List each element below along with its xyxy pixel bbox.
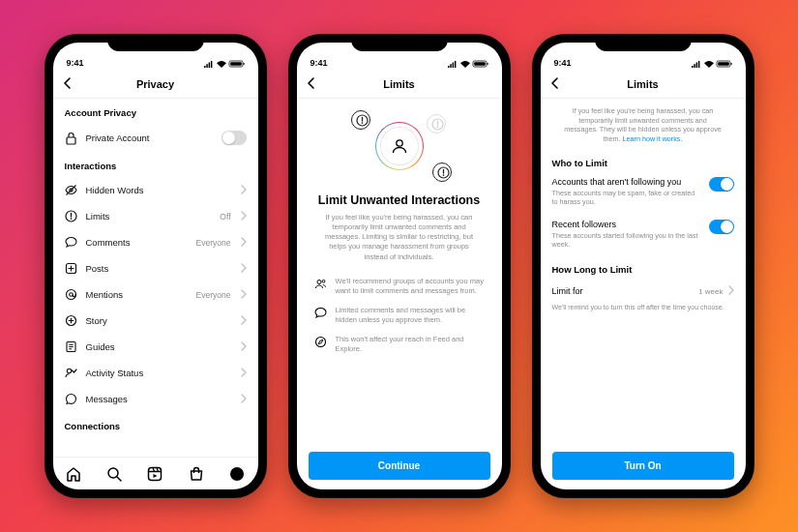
- row-private-account[interactable]: Private Account: [53, 124, 258, 152]
- bullet-text: We'll recommend groups of accounts you m…: [336, 277, 485, 296]
- status-time: 9:41: [310, 58, 328, 68]
- plus-square-icon: [65, 262, 77, 275]
- alert-bubble-icon: [351, 110, 370, 130]
- row-hidden-words[interactable]: Hidden Words: [53, 177, 258, 203]
- bullet-item: We'll recommend groups of accounts you m…: [297, 272, 502, 301]
- row-comments[interactable]: Comments Everyone: [53, 229, 258, 255]
- page-title: Privacy: [53, 78, 258, 90]
- status-time: 9:41: [67, 58, 84, 68]
- nav-bar: Limits: [541, 70, 746, 99]
- chevron-right-icon: [240, 394, 247, 405]
- bullet-item: This won't affect your reach in Feed and…: [297, 330, 502, 359]
- private-account-toggle[interactable]: [222, 131, 247, 145]
- messages-icon: [65, 393, 77, 405]
- tab-search[interactable]: [105, 465, 123, 483]
- chevron-right-icon: [240, 315, 247, 327]
- row-label: Story: [86, 315, 231, 326]
- alert-circle-icon: [65, 210, 77, 222]
- limits-illustration: [297, 104, 502, 188]
- duration-hint: We'll remind you to turn this off after …: [541, 304, 746, 310]
- signal-icon: [204, 60, 214, 68]
- tab-shop[interactable]: [188, 465, 205, 483]
- wifi-icon: [460, 60, 470, 68]
- status-time: 9:41: [554, 58, 572, 68]
- chevron-right-icon: [240, 263, 247, 275]
- wifi-icon: [217, 60, 226, 68]
- section-header-account-privacy: Account Privacy: [53, 99, 258, 124]
- row-value: Everyone: [196, 238, 231, 248]
- battery-icon: [229, 60, 245, 68]
- row-guides[interactable]: Guides: [53, 334, 258, 360]
- row-limits[interactable]: Limits Off: [53, 203, 258, 229]
- signal-icon: [692, 60, 701, 68]
- section-header-interactions: Interactions: [53, 152, 258, 177]
- wifi-icon: [704, 60, 714, 68]
- compass-icon: [314, 335, 328, 354]
- limits-body: If you feel like you're being harassed, …: [297, 213, 502, 272]
- bullet-item: Limited comments and messages will be hi…: [297, 301, 502, 330]
- row-label: Posts: [86, 263, 231, 274]
- story-icon: [65, 314, 77, 327]
- row-story[interactable]: Story: [53, 308, 258, 334]
- tab-home[interactable]: [65, 465, 82, 483]
- chevron-right-icon: [240, 289, 247, 301]
- row-label: Activity Status: [86, 368, 231, 378]
- option-not-following[interactable]: Accounts that aren't following you These…: [541, 172, 746, 215]
- user-icon: [380, 127, 419, 165]
- chevron-right-icon: [240, 185, 247, 196]
- row-label: Comments: [86, 237, 188, 248]
- row-label: Guides: [86, 341, 231, 352]
- row-posts[interactable]: Posts: [53, 255, 258, 281]
- option-recent-followers[interactable]: Recent followers These accounts started …: [541, 215, 746, 257]
- battery-icon: [473, 60, 488, 68]
- phone-limits-config: 9:41 Limits If you feel like you're bein…: [532, 34, 754, 498]
- option-title: Recent followers: [552, 220, 701, 229]
- row-label: Mentions: [86, 289, 188, 300]
- row-messages[interactable]: Messages: [53, 386, 258, 412]
- option-subtitle: These accounts started following you in …: [552, 231, 701, 250]
- row-value: Off: [220, 212, 230, 222]
- guides-icon: [65, 340, 77, 353]
- alert-bubble-icon: [432, 163, 452, 182]
- chevron-right-icon: [240, 368, 247, 379]
- row-mentions[interactable]: Mentions Everyone: [53, 281, 258, 308]
- battery-icon: [717, 60, 732, 68]
- chevron-right-icon: [240, 341, 247, 353]
- option-toggle[interactable]: [709, 177, 734, 192]
- nav-bar: Privacy: [53, 70, 258, 99]
- speech-icon: [314, 306, 328, 325]
- row-label: Private Account: [86, 133, 213, 143]
- row-label: Hidden Words: [86, 185, 231, 195]
- phone-limits-intro: 9:41 Limits Limit Unwanted Interactions …: [288, 34, 511, 498]
- option-toggle[interactable]: [709, 220, 734, 234]
- back-button[interactable]: [63, 75, 73, 93]
- limits-headline: Limit Unwanted Interactions: [297, 188, 502, 213]
- bullet-text: This won't affect your reach in Feed and…: [336, 335, 485, 354]
- signal-icon: [448, 60, 458, 68]
- row-label: Limits: [86, 211, 212, 222]
- section-header-connections: Connections: [53, 412, 258, 437]
- option-title: Accounts that aren't following you: [552, 177, 701, 187]
- nav-bar: Limits: [297, 70, 502, 99]
- notch: [595, 34, 692, 51]
- row-activity-status[interactable]: Activity Status: [53, 360, 258, 386]
- row-value: 1 week: [698, 287, 723, 296]
- page-title: Limits: [297, 78, 502, 90]
- row-label: Messages: [86, 394, 231, 404]
- continue-button[interactable]: Continue: [309, 452, 490, 480]
- eye-off-icon: [65, 184, 77, 196]
- back-button[interactable]: [307, 75, 316, 93]
- learn-how-link[interactable]: Learn how it works.: [623, 134, 683, 143]
- phone-privacy: 9:41 Privacy Account Privacy Private Acc…: [44, 34, 267, 498]
- bullet-text: Limited comments and messages will be hi…: [336, 306, 485, 325]
- row-value: Everyone: [196, 290, 231, 300]
- group-icon: [314, 277, 328, 296]
- option-subtitle: These accounts may be spam, fake or crea…: [552, 189, 701, 207]
- row-limit-for[interactable]: Limit for 1 week: [541, 279, 746, 304]
- tab-reels[interactable]: [146, 465, 163, 483]
- notch: [107, 34, 204, 51]
- notch: [351, 34, 448, 51]
- turn-on-button[interactable]: Turn On: [552, 452, 734, 480]
- back-button[interactable]: [550, 75, 560, 93]
- tab-profile[interactable]: [228, 465, 246, 483]
